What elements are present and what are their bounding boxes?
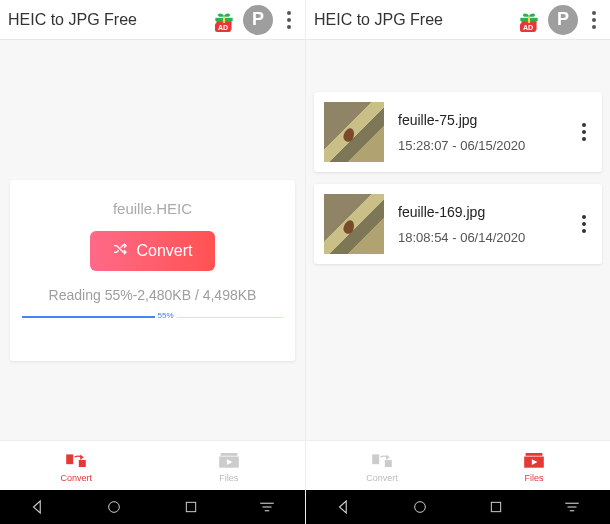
file-timestamp: 15:28:07 - 06/15/2020 [398, 138, 562, 153]
convert-button-label: Convert [136, 242, 192, 260]
file-row[interactable]: feuille-169.jpg 18:08:54 - 06/14/2020 [314, 184, 602, 264]
progress-status: Reading 55%-2,480KB / 4,498KB [22, 287, 283, 303]
nav-home-icon[interactable] [94, 497, 134, 517]
progress-bar: 55% [22, 313, 283, 323]
svg-rect-1 [220, 453, 237, 456]
left-pane: HEIC to JPG Free AD P feuille.HEIC Conve… [0, 0, 305, 524]
gift-ad-icon[interactable]: AD [516, 7, 542, 33]
svg-rect-9 [526, 453, 543, 456]
app-title: HEIC to JPG Free [8, 11, 211, 29]
tab-convert[interactable]: Convert [306, 441, 458, 490]
tab-files[interactable]: Files [458, 441, 610, 490]
nav-extra-icon[interactable] [247, 497, 287, 517]
android-nav [306, 490, 610, 524]
svg-rect-12 [491, 502, 500, 511]
nav-back-icon[interactable] [18, 497, 58, 517]
nav-recent-icon[interactable] [171, 497, 211, 517]
profile-badge[interactable]: P [243, 5, 273, 35]
nav-back-icon[interactable] [324, 497, 364, 517]
profile-badge[interactable]: P [548, 5, 578, 35]
app-title: HEIC to JPG Free [314, 11, 516, 29]
overflow-menu-icon[interactable] [279, 5, 299, 35]
convert-card: feuille.HEIC Convert Reading 55%-2,480KB… [10, 180, 295, 361]
file-thumbnail [324, 102, 384, 162]
app-header: HEIC to JPG Free AD P [306, 0, 610, 40]
file-name: feuille-75.jpg [398, 112, 562, 128]
gift-ad-icon[interactable]: AD [211, 7, 237, 33]
bottom-tabs: Convert Files [0, 440, 305, 490]
convert-button[interactable]: Convert [90, 231, 214, 271]
file-name: feuille-169.jpg [398, 204, 562, 220]
progress-percent: 55% [155, 311, 177, 320]
nav-recent-icon[interactable] [476, 497, 516, 517]
file-row[interactable]: feuille-75.jpg 15:28:07 - 06/15/2020 [314, 92, 602, 172]
svg-point-11 [415, 502, 426, 513]
shuffle-icon [112, 241, 128, 261]
svg-point-3 [109, 502, 120, 513]
nav-home-icon[interactable] [400, 497, 440, 517]
app-header: HEIC to JPG Free AD P [0, 0, 305, 40]
file-thumbnail [324, 194, 384, 254]
bottom-tabs: Convert Files [306, 440, 610, 490]
source-filename: feuille.HEIC [22, 200, 283, 217]
android-nav [0, 490, 305, 524]
overflow-menu-icon[interactable] [584, 5, 604, 35]
nav-extra-icon[interactable] [552, 497, 592, 517]
tab-files[interactable]: Files [153, 441, 306, 490]
file-timestamp: 18:08:54 - 06/14/2020 [398, 230, 562, 245]
files-content: feuille-75.jpg 15:28:07 - 06/15/2020 feu… [306, 40, 610, 440]
convert-content: feuille.HEIC Convert Reading 55%-2,480KB… [0, 40, 305, 440]
file-menu-icon[interactable] [576, 215, 592, 233]
tab-convert[interactable]: Convert [0, 441, 153, 490]
right-pane: HEIC to JPG Free AD P feuille-75.jpg 15:… [305, 0, 610, 524]
file-menu-icon[interactable] [576, 123, 592, 141]
svg-rect-4 [186, 502, 195, 511]
